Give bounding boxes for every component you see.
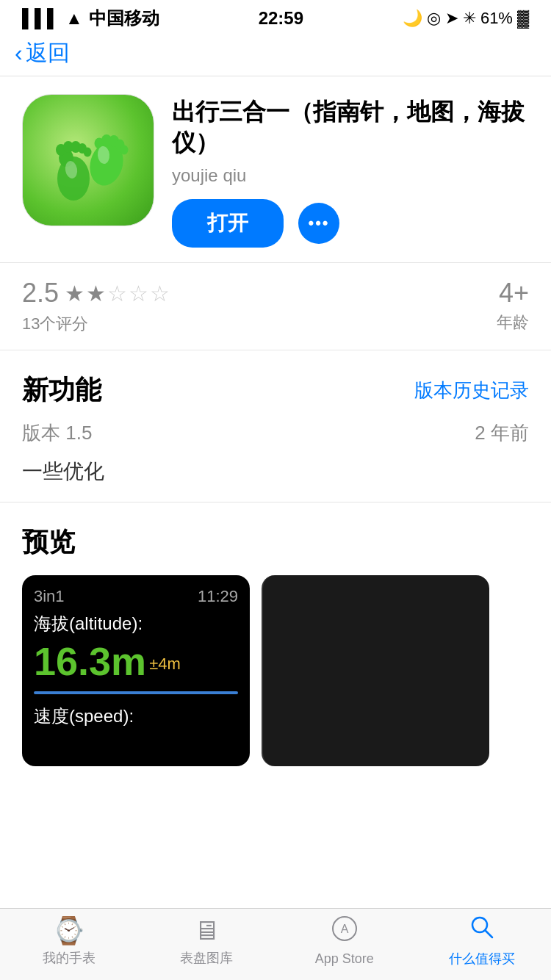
battery-percent: 61% [480, 9, 513, 28]
faces-tab-label: 表盘图库 [180, 949, 233, 967]
accuracy-value: ±4m [149, 655, 181, 674]
preview-card-2[interactable] [262, 575, 489, 766]
svg-text:A: A [340, 923, 348, 935]
watch-time: 11:29 [198, 587, 238, 606]
star-3: ☆ [107, 281, 127, 306]
location-icon: ◎ [427, 9, 441, 28]
app-info: 出行三合一（指南针，地图，海拔仪） youjie qiu 打开 ••• [172, 94, 529, 248]
altitude-value: 16.3m [34, 641, 146, 681]
app-action-row: 打开 ••• [172, 199, 529, 248]
version-row: 版本 1.5 2 年前 [22, 420, 529, 446]
tab-appstore[interactable]: A App Store [276, 915, 414, 967]
version-text: 版本 1.5 [22, 420, 92, 446]
battery-icon: ▓ [517, 9, 529, 28]
app-title: 出行三合一（指南针，地图，海拔仪） [172, 97, 529, 158]
search-tab-label: 什么值得买 [449, 950, 515, 968]
speed-label: 速度(speed): [34, 705, 238, 728]
svg-point-17 [472, 918, 487, 932]
preview-title: 预览 [22, 525, 551, 561]
tab-faces[interactable]: 🖥 表盘图库 [138, 915, 276, 967]
preview-card-1-content: 3in1 11:29 海拔(altitude): 16.3m ±4m 速度(sp… [22, 575, 250, 766]
search-tab-icon [469, 914, 495, 947]
progress-bar [34, 691, 238, 694]
signal-icon: ▌▌▌ [22, 8, 60, 29]
more-dots-icon: ••• [308, 214, 329, 233]
rating-section: 2.5 ★ ★ ☆ ☆ ☆ 13个评分 4+ 年龄 [0, 262, 551, 350]
svg-line-18 [486, 931, 492, 937]
watch-app-name: 3in1 [34, 587, 65, 606]
age-label: 年龄 [497, 311, 529, 334]
watch-tab-label: 我的手表 [43, 949, 96, 967]
svg-point-6 [84, 148, 92, 157]
star-2: ★ [86, 281, 106, 306]
preview-images: 3in1 11:29 海拔(altitude): 16.3m ±4m 速度(sp… [22, 575, 551, 766]
wifi-icon: ▲ [65, 8, 83, 29]
tab-bar: ⌚ 我的手表 🖥 表盘图库 A App Store 什么值得买 [0, 908, 551, 980]
age-value: 4+ [497, 278, 529, 309]
status-carrier: ▌▌▌ ▲ 中国移动 [22, 7, 159, 30]
svg-point-13 [120, 145, 129, 155]
app-icon [22, 94, 154, 226]
back-chevron-icon: ‹ [15, 41, 23, 65]
open-button[interactable]: 打开 [172, 199, 284, 248]
star-1: ★ [65, 281, 84, 306]
version-date: 2 年前 [475, 420, 529, 446]
whats-new-title: 新功能 [22, 372, 101, 408]
nav-bar: ‹ 返回 [0, 32, 551, 76]
whats-new-header: 新功能 版本历史记录 [22, 372, 529, 408]
watch-header: 3in1 11:29 [34, 587, 238, 606]
app-developer: youjie qiu [172, 165, 529, 186]
whats-new-section: 新功能 版本历史记录 版本 1.5 2 年前 一些优化 [0, 350, 551, 502]
faces-tab-icon: 🖥 [193, 915, 220, 946]
appstore-tab-icon: A [331, 915, 358, 948]
bluetooth-icon: ✳ [463, 9, 476, 28]
star-5: ☆ [150, 281, 170, 306]
appstore-tab-label: App Store [315, 951, 374, 967]
preview-section: 预览 3in1 11:29 海拔(altitude): 16.3m ±4m 速度… [0, 502, 551, 788]
update-notes: 一些优化 [22, 456, 529, 487]
back-label: 返回 [26, 38, 70, 68]
status-bar: ▌▌▌ ▲ 中国移动 22:59 🌙 ◎ ➤ ✳ 61% ▓ [0, 0, 551, 32]
rating-score: 2.5 [22, 278, 59, 309]
version-history-link[interactable]: 版本历史记录 [414, 378, 529, 403]
rating-count: 13个评分 [22, 313, 170, 335]
status-indicators: 🌙 ◎ ➤ ✳ 61% ▓ [403, 9, 529, 28]
rating-score-row: 2.5 ★ ★ ☆ ☆ ☆ [22, 278, 170, 309]
arrow-icon: ➤ [445, 9, 458, 28]
tab-search[interactable]: 什么值得买 [414, 914, 552, 968]
star-4: ☆ [129, 281, 148, 306]
altitude-row: 16.3m ±4m [34, 641, 238, 681]
status-time: 22:59 [259, 8, 303, 29]
back-button[interactable]: ‹ 返回 [15, 38, 70, 68]
preview-card-1[interactable]: 3in1 11:29 海拔(altitude): 16.3m ±4m 速度(sp… [22, 575, 250, 766]
age-section: 4+ 年龄 [497, 278, 529, 334]
star-rating: ★ ★ ☆ ☆ ☆ [65, 281, 170, 306]
tab-watch[interactable]: ⌚ 我的手表 [0, 915, 138, 967]
moon-icon: 🌙 [403, 9, 422, 28]
rating-left: 2.5 ★ ★ ☆ ☆ ☆ 13个评分 [22, 278, 170, 335]
app-header: 出行三合一（指南针，地图，海拔仪） youjie qiu 打开 ••• [0, 76, 551, 262]
app-icon-image [33, 105, 143, 215]
watch-tab-icon: ⌚ [52, 915, 85, 946]
more-button[interactable]: ••• [298, 203, 339, 244]
altitude-label: 海拔(altitude): [34, 612, 238, 635]
